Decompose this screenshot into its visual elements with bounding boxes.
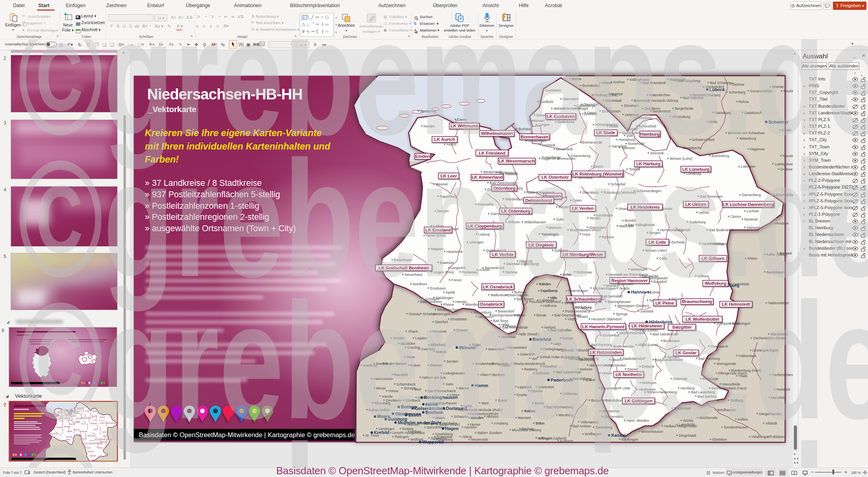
svg-text:Werne: Werne <box>459 386 469 390</box>
svg-text:Schönberg: Schönberg <box>729 90 746 94</box>
svg-text:LK Uelzen: LK Uelzen <box>685 202 707 207</box>
svg-text:Hankensbüttel: Hankensbüttel <box>702 242 724 246</box>
svg-text:Bad Salzuflen: Bad Salzuflen <box>550 328 572 332</box>
svg-text:Wismar: Wismar <box>772 85 784 89</box>
svg-text:Bodenwerder: Bodenwerder <box>613 344 634 348</box>
svg-text:Aurich: Aurich <box>446 142 456 146</box>
svg-text:Bassum: Bassum <box>549 226 561 230</box>
svg-text:Gadebusch: Gadebusch <box>744 111 762 115</box>
svg-text:Bleicherode: Bleicherode <box>699 416 718 420</box>
svg-text:Ahaus: Ahaus <box>408 329 418 333</box>
svg-text:Hofgeismar: Hofgeismar <box>602 409 619 413</box>
svg-text:Senden: Senden <box>446 359 458 363</box>
svg-text:LK Ammerland: LK Ammerland <box>471 175 503 180</box>
svg-text:Olsberg: Olsberg <box>529 428 541 432</box>
svg-text:LK Leer: LK Leer <box>440 174 457 178</box>
svg-text:Brilon: Brilon <box>535 421 544 425</box>
svg-text:Barmstedt: Barmstedt <box>634 99 650 103</box>
svg-text:Rheine: Rheine <box>443 303 454 307</box>
svg-text:Bergen: Bergen <box>649 231 660 235</box>
svg-text:Bielefeld: Bielefeld <box>533 337 551 342</box>
svg-text:LK Heidekreis: LK Heidekreis <box>630 205 660 210</box>
svg-text:Oberhausen: Oberhausen <box>395 412 421 416</box>
svg-text:Brunsbüttel: Brunsbüttel <box>582 84 600 88</box>
svg-text:Fürstenau: Fürstenau <box>462 270 478 274</box>
svg-text:Bomlitz: Bomlitz <box>625 219 636 223</box>
svg-text:Bad Lippspringe: Bad Lippspringe <box>556 370 581 374</box>
svg-text:Greven: Greven <box>456 328 468 332</box>
svg-text:Lingen (Ems): Lingen (Ems) <box>433 270 454 274</box>
svg-text:Billerbeck: Billerbeck <box>431 343 446 347</box>
svg-text:Paderborn: Paderborn <box>551 378 573 382</box>
svg-text:Osten: Osten <box>587 111 597 115</box>
svg-text:Braunschweig: Braunschweig <box>682 299 712 304</box>
svg-text:Hamm: Hamm <box>475 383 488 388</box>
svg-text:Beverstedt: Beverstedt <box>556 147 573 151</box>
svg-text:Sondershausen: Sondershausen <box>724 425 748 429</box>
svg-text:Springe: Springe <box>616 312 628 316</box>
svg-text:Dülmen: Dülmen <box>430 363 442 367</box>
svg-text:Hagen im Bremischen: Hagen im Bremischen <box>541 157 576 161</box>
svg-text:Kelbra: Kelbra <box>738 417 748 421</box>
svg-text:Vreden: Vreden <box>393 336 404 340</box>
svg-text:Hoya: Hoya <box>582 232 591 236</box>
svg-text:Velen: Velen <box>406 355 415 359</box>
svg-text:Sangerhausen: Sangerhausen <box>759 412 782 416</box>
svg-text:LK Holzminden: LK Holzminden <box>590 350 622 355</box>
svg-text:Lüdinghausen: Lüdinghausen <box>443 371 465 375</box>
svg-text:Hüllhorst: Hüllhorst <box>543 304 557 308</box>
svg-text:Reken: Reken <box>410 363 421 367</box>
svg-text:Wildeshausen: Wildeshausen <box>524 220 546 224</box>
svg-text:Hörstel: Hörstel <box>455 300 466 304</box>
svg-text:Rethem: Rethem <box>602 235 614 239</box>
svg-text:Allstedt: Allstedt <box>765 421 777 425</box>
svg-text:Ankum: Ankum <box>479 268 490 272</box>
svg-text:Friesoythe: Friesoythe <box>477 202 494 206</box>
svg-text:Bad Pyrmont: Bad Pyrmont <box>591 343 612 347</box>
svg-text:LK Celle: LK Celle <box>649 240 666 245</box>
svg-text:Spelle: Spelle <box>445 290 455 294</box>
svg-text:Neuenhaus: Neuenhaus <box>405 273 423 277</box>
svg-text:Itzehoe: Itzehoe <box>613 80 625 84</box>
svg-text:Kettwig: Kettwig <box>402 427 413 431</box>
svg-text:Salzwedel: Salzwedel <box>747 226 763 230</box>
svg-text:Wittenburg: Wittenburg <box>739 137 756 140</box>
svg-text:Menden: Menden <box>471 416 484 420</box>
svg-text:Grebenstein: Grebenstein <box>604 415 623 419</box>
svg-text:LK Osterholz: LK Osterholz <box>541 175 569 180</box>
svg-text:Burhave: Burhave <box>518 127 531 131</box>
svg-text:Altena: Altena <box>462 435 472 439</box>
svg-text:Witzenhausen: Witzenhausen <box>641 430 663 434</box>
svg-text:Marl: Marl <box>415 387 421 391</box>
svg-text:Büren: Büren <box>535 401 544 405</box>
svg-text:Bockenem: Bockenem <box>663 339 680 343</box>
svg-text:Lintorf: Lintorf <box>393 431 402 435</box>
svg-text:Schneverdingen: Schneverdingen <box>636 189 662 193</box>
svg-text:Elmshorn: Elmshorn <box>624 104 638 108</box>
svg-text:Grabow: Grabow <box>780 167 793 171</box>
svg-text:Steinfurt: Steinfurt <box>435 320 448 324</box>
svg-text:Moers: Moers <box>377 414 390 419</box>
svg-text:Hagenow: Hagenow <box>750 147 765 151</box>
svg-text:Uelzen: Uelzen <box>698 211 709 215</box>
svg-text:Stolzenau: Stolzenau <box>576 270 592 274</box>
svg-text:Bad Segeberg: Bad Segeberg <box>678 79 700 83</box>
svg-text:Versmold: Versmold <box>501 335 516 339</box>
svg-text:Emsbüren: Emsbüren <box>430 286 446 290</box>
svg-text:Oschersleben (Bode): Oschersleben (Bode) <box>753 336 786 340</box>
svg-text:Neuenkirchen: Neuenkirchen <box>438 308 459 312</box>
svg-text:Arendsee: Arendsee <box>774 221 789 225</box>
svg-text:Neheim: Neheim <box>486 415 498 419</box>
svg-text:Arnsberg: Arnsberg <box>494 421 508 425</box>
svg-text:Esens: Esens <box>457 118 467 122</box>
svg-text:LK Verden: LK Verden <box>572 206 594 211</box>
svg-text:Winsen (Luhe): Winsen (Luhe) <box>670 157 692 161</box>
svg-text:Wustrow: Wustrow <box>744 217 758 221</box>
svg-text:Nörten-Hardenberg: Nörten-Hardenberg <box>647 390 677 394</box>
svg-text:Wardenburg: Wardenburg <box>505 197 524 201</box>
svg-text:LK Wolfenbüttel: LK Wolfenbüttel <box>686 317 719 322</box>
svg-text:Boizenburg: Boizenburg <box>711 154 729 158</box>
svg-text:Rastede: Rastede <box>505 172 518 176</box>
svg-text:Zierenberg: Zierenberg <box>595 425 612 429</box>
svg-text:Bad Arolsen: Bad Arolsen <box>572 424 591 428</box>
